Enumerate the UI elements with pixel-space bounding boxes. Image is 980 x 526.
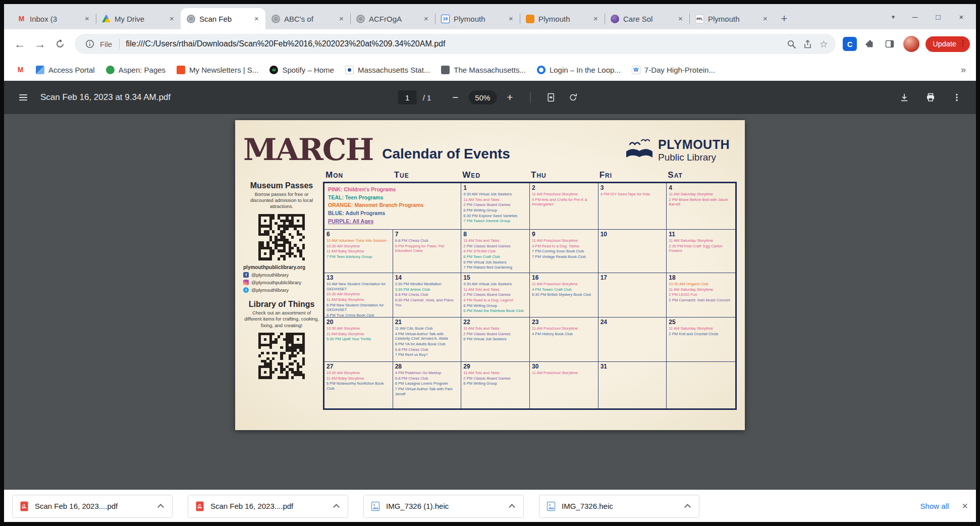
tab-scan-feb-2[interactable]: Scan Feb× xyxy=(181,8,265,29)
calendar-day-31: 31 xyxy=(598,362,667,408)
calendar-event: 11 AM Preschool Storytime xyxy=(532,282,596,287)
tab-close-icon[interactable]: × xyxy=(676,14,685,24)
calendar-event: 4 PM Tween Craft Club xyxy=(532,287,596,292)
bookmark-7-day-high-protein[interactable]: W7-Day High-Protein... xyxy=(627,63,720,77)
address-bar[interactable]: File file:///C:/Users/rthai/Downloads/Sc… xyxy=(75,34,836,54)
tab-plymouth-5[interactable]: 16Plymouth× xyxy=(435,8,520,29)
tab-inbox-3-0[interactable]: MInbox (3× xyxy=(11,8,96,29)
show-all-downloads-link[interactable]: Show all xyxy=(920,502,949,510)
day-number: 24 xyxy=(601,319,665,326)
social-twitter: t@plymouthlibrary xyxy=(243,287,320,293)
extensions-puzzle-icon[interactable] xyxy=(860,34,879,54)
tab-plymouth-8[interactable]: PPLPlymouth× xyxy=(689,8,774,29)
pdf-menu-hamburger-icon[interactable] xyxy=(14,88,32,107)
download-chip-2[interactable]: IMG_7326 (1).heic xyxy=(363,495,524,518)
tab-close-icon[interactable]: × xyxy=(337,14,346,24)
download-chip-0[interactable]: Scan Feb 16, 2023....pdf xyxy=(12,495,173,518)
calendar-event: 9:30 AM Virtual Job Seekers xyxy=(463,282,528,287)
info-icon[interactable] xyxy=(82,36,98,52)
bookmark-login-in-the-loop[interactable]: Login – In the Loop... xyxy=(532,63,626,77)
expand-chevron-icon[interactable] xyxy=(506,501,517,512)
calendar-day-11: 1111 AM Saturday Storytime2:30 PM Kids C… xyxy=(667,230,735,273)
profile-avatar[interactable] xyxy=(903,36,919,52)
expand-chevron-icon[interactable] xyxy=(155,501,166,512)
tab-title: Plymouth xyxy=(708,15,756,23)
download-chip-1[interactable]: Scan Feb 16, 2023....pdf xyxy=(188,495,348,518)
tab-title: Plymouth xyxy=(538,15,587,23)
bookmark-my-newsletters-s[interactable]: My Newsletters | S... xyxy=(172,63,263,77)
tab-care-sol-7[interactable]: Care Sol× xyxy=(605,8,689,29)
pdf-viewer[interactable]: MARCH Calendar of Events PLYMOUTH Public… xyxy=(4,114,976,490)
bookmarks-overflow-chevron[interactable]: » xyxy=(958,65,969,75)
tab-close-icon[interactable]: × xyxy=(591,14,601,24)
minimize-button[interactable]: ─ xyxy=(903,4,927,29)
tab-close-icon[interactable]: × xyxy=(506,14,516,24)
tab-close-icon[interactable]: × xyxy=(252,14,261,24)
downloads-bar-close-icon[interactable]: × xyxy=(962,500,968,512)
share-icon[interactable] xyxy=(799,36,815,52)
forward-icon[interactable]: → xyxy=(30,34,49,54)
day-number: 15 xyxy=(463,274,528,281)
tab-abc-s-of-3[interactable]: ABC's of× xyxy=(265,8,350,29)
download-icon[interactable] xyxy=(895,88,913,107)
bookmark-the-massachusetts[interactable]: The Massachusetts... xyxy=(436,63,531,77)
extension-c-icon[interactable]: C xyxy=(843,37,857,51)
side-panel-icon[interactable] xyxy=(880,34,899,54)
expand-chevron-icon[interactable] xyxy=(331,501,342,512)
legend-blue: BLUE: Adult Programs xyxy=(328,209,457,218)
calendar-day-8: 811 AM Tots and Tales2 PM Classic Board … xyxy=(461,230,530,273)
bookmark-access-portal[interactable]: Access Portal xyxy=(31,63,100,77)
calendar-subtitle: Calendar of Events xyxy=(382,146,510,162)
tab-search-chevron-icon[interactable]: ▾ xyxy=(883,4,903,29)
bookmark-massachusetts-stat[interactable]: Massachusetts Stat... xyxy=(340,63,435,77)
close-button[interactable]: × xyxy=(950,4,973,29)
calendar-event: 10:30 AM Storytime xyxy=(326,371,391,376)
tab-close-icon[interactable]: × xyxy=(82,14,92,24)
expand-chevron-icon[interactable] xyxy=(682,501,693,512)
tab-my-drive-1[interactable]: My Drive× xyxy=(96,8,181,29)
bookmark-star-icon[interactable]: ☆ xyxy=(815,36,832,52)
url-text[interactable]: file:///C:/Users/rthai/Downloads/Scan%20… xyxy=(126,39,783,48)
tab-close-icon[interactable]: × xyxy=(167,14,177,24)
calendar-event: 11 AM Baby Storytime xyxy=(326,297,391,302)
calendar-event: 10 AM Volunteer Tutor Info Session xyxy=(326,238,391,243)
tab-close-icon[interactable]: × xyxy=(760,14,770,24)
calendar-day-14: 142:30 PM Mindful Meditation3:30 PM Anim… xyxy=(393,273,462,318)
browser-menu-kebab-icon[interactable] xyxy=(959,39,967,49)
legend-orange: ORANGE: Manomet Branch Programs xyxy=(328,201,457,209)
calendar-event: 6-8 PM Chess Club xyxy=(395,376,460,381)
new-tab-button[interactable]: + xyxy=(776,11,792,27)
calendar-event: 6 PM Writing Group xyxy=(463,208,528,213)
calendar-event: 7 PM Raised Bed Gardening xyxy=(463,265,528,270)
back-icon[interactable]: ← xyxy=(10,34,29,54)
bookmark-spotify-home[interactable]: ≋Spotify – Home xyxy=(264,63,339,77)
page-number-input[interactable]: 1 xyxy=(398,90,417,104)
day-number: 30 xyxy=(532,363,596,370)
bookmark-gmail[interactable]: M xyxy=(11,63,30,77)
calendar-event: 11 AM Tots and Tales xyxy=(463,197,528,202)
tab-plymouth-6[interactable]: Plymouth× xyxy=(520,8,605,29)
fit-page-icon[interactable] xyxy=(541,88,560,107)
day-number: 9 xyxy=(532,231,596,238)
rotate-icon[interactable] xyxy=(564,88,582,107)
zoom-magnifier-icon[interactable] xyxy=(783,36,799,52)
bookmark-aspen-pages[interactable]: Aspen: Pages xyxy=(101,63,171,77)
pdf-kebab-icon[interactable] xyxy=(948,88,966,107)
zoom-in-icon[interactable]: + xyxy=(501,88,519,107)
tab-acfroga-4[interactable]: ACFrOgA× xyxy=(350,8,435,29)
calendar-event: 11 AM Baby Storytime xyxy=(326,249,391,254)
social-instagram: @plymouthpubliclibrary xyxy=(243,280,320,285)
reload-icon[interactable] xyxy=(50,34,70,54)
zoom-out-icon[interactable]: − xyxy=(446,88,464,107)
maximize-button[interactable]: □ xyxy=(927,4,950,29)
zoom-level[interactable]: 50% xyxy=(468,90,497,104)
day-number: 13 xyxy=(326,274,391,281)
update-button[interactable]: Update xyxy=(925,36,970,52)
weekday-header-thu: Thu xyxy=(530,170,598,180)
calendar-event: 2 PM Classic Board Games xyxy=(463,292,528,297)
bookmark-label: 7-Day High-Protein... xyxy=(644,66,715,74)
tab-close-icon[interactable]: × xyxy=(421,14,431,24)
print-icon[interactable] xyxy=(921,88,940,107)
calendar-event: 6 PM True Crime Book Club xyxy=(326,313,391,318)
download-chip-3[interactable]: IMG_7326.heic xyxy=(539,495,699,518)
